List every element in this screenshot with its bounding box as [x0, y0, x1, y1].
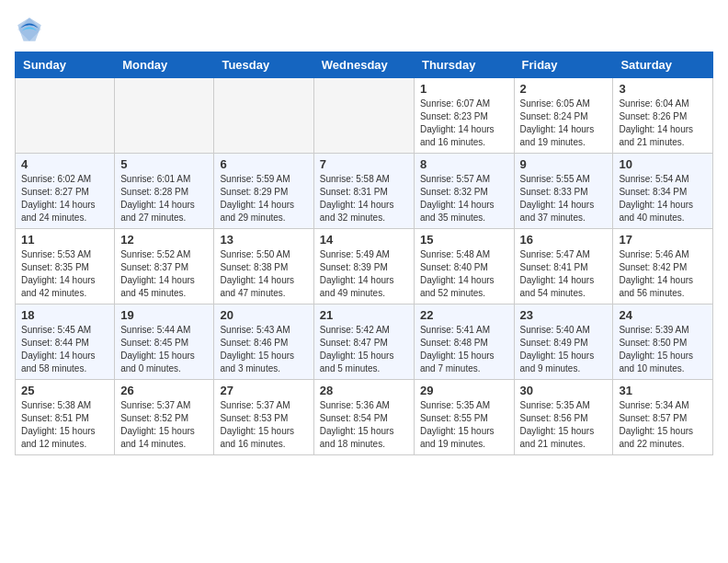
- day-number: 16: [520, 233, 608, 247]
- column-header-friday: Friday: [514, 52, 613, 78]
- day-info: Sunrise: 6:04 AM Sunset: 8:26 PM Dayligh…: [619, 98, 707, 149]
- day-number: 20: [220, 308, 307, 322]
- calendar-cell: 9Sunrise: 5:55 AM Sunset: 8:33 PM Daylig…: [514, 154, 613, 229]
- day-info: Sunrise: 5:40 AM Sunset: 8:49 PM Dayligh…: [520, 324, 608, 375]
- day-number: 21: [320, 308, 408, 322]
- calendar-cell: 8Sunrise: 5:57 AM Sunset: 8:32 PM Daylig…: [414, 154, 514, 229]
- day-number: 9: [520, 157, 608, 171]
- calendar-cell: 3Sunrise: 6:04 AM Sunset: 8:26 PM Daylig…: [613, 78, 713, 154]
- calendar-cell: 10Sunrise: 5:54 AM Sunset: 8:34 PM Dayli…: [613, 154, 713, 229]
- calendar-cell: 21Sunrise: 5:42 AM Sunset: 8:47 PM Dayli…: [313, 304, 414, 380]
- day-info: Sunrise: 5:49 AM Sunset: 8:39 PM Dayligh…: [320, 248, 408, 300]
- calendar-cell: 28Sunrise: 5:36 AM Sunset: 8:54 PM Dayli…: [313, 380, 414, 455]
- calendar-cell: 4Sunrise: 6:02 AM Sunset: 8:27 PM Daylig…: [16, 154, 115, 229]
- calendar-cell: [16, 78, 115, 154]
- calendar-cell: [313, 78, 414, 154]
- day-info: Sunrise: 5:55 AM Sunset: 8:33 PM Dayligh…: [520, 173, 608, 224]
- day-info: Sunrise: 5:35 AM Sunset: 8:55 PM Dayligh…: [420, 399, 508, 451]
- day-number: 14: [320, 233, 408, 247]
- day-number: 8: [420, 157, 508, 171]
- calendar-table: SundayMondayTuesdayWednesdayThursdayFrid…: [15, 52, 713, 455]
- day-info: Sunrise: 5:46 AM Sunset: 8:42 PM Dayligh…: [619, 248, 707, 300]
- column-header-monday: Monday: [115, 52, 214, 78]
- column-header-tuesday: Tuesday: [214, 52, 313, 78]
- day-number: 29: [420, 384, 508, 397]
- day-info: Sunrise: 5:35 AM Sunset: 8:56 PM Dayligh…: [520, 399, 608, 451]
- calendar-cell: 11Sunrise: 5:53 AM Sunset: 8:35 PM Dayli…: [16, 229, 115, 304]
- day-info: Sunrise: 5:39 AM Sunset: 8:50 PM Dayligh…: [619, 324, 707, 375]
- column-header-thursday: Thursday: [414, 52, 514, 78]
- column-header-wednesday: Wednesday: [313, 52, 414, 78]
- day-info: Sunrise: 5:50 AM Sunset: 8:38 PM Dayligh…: [220, 248, 307, 300]
- day-info: Sunrise: 5:53 AM Sunset: 8:35 PM Dayligh…: [21, 248, 108, 300]
- calendar-cell: 26Sunrise: 5:37 AM Sunset: 8:52 PM Dayli…: [115, 380, 214, 455]
- calendar-header: [15, 15, 713, 44]
- day-info: Sunrise: 5:38 AM Sunset: 8:51 PM Dayligh…: [21, 399, 108, 451]
- day-number: 6: [220, 157, 307, 171]
- day-info: Sunrise: 6:07 AM Sunset: 8:23 PM Dayligh…: [420, 98, 508, 149]
- day-info: Sunrise: 5:41 AM Sunset: 8:48 PM Dayligh…: [420, 324, 508, 375]
- day-info: Sunrise: 5:57 AM Sunset: 8:32 PM Dayligh…: [420, 173, 508, 224]
- day-info: Sunrise: 5:42 AM Sunset: 8:47 PM Dayligh…: [320, 324, 408, 375]
- calendar-cell: 30Sunrise: 5:35 AM Sunset: 8:56 PM Dayli…: [514, 380, 613, 455]
- calendar-cell: 17Sunrise: 5:46 AM Sunset: 8:42 PM Dayli…: [613, 229, 713, 304]
- calendar-cell: 31Sunrise: 5:34 AM Sunset: 8:57 PM Dayli…: [613, 380, 713, 455]
- day-number: 2: [520, 82, 608, 96]
- day-number: 3: [619, 82, 707, 96]
- day-info: Sunrise: 5:37 AM Sunset: 8:52 PM Dayligh…: [120, 399, 208, 451]
- calendar-cell: [214, 78, 313, 154]
- calendar-cell: 18Sunrise: 5:45 AM Sunset: 8:44 PM Dayli…: [16, 304, 115, 380]
- day-number: 24: [619, 308, 707, 322]
- calendar-cell: 23Sunrise: 5:40 AM Sunset: 8:49 PM Dayli…: [514, 304, 613, 380]
- day-info: Sunrise: 5:37 AM Sunset: 8:53 PM Dayligh…: [220, 399, 307, 451]
- day-number: 12: [120, 233, 208, 247]
- calendar-cell: 13Sunrise: 5:50 AM Sunset: 8:38 PM Dayli…: [214, 229, 313, 304]
- day-info: Sunrise: 5:45 AM Sunset: 8:44 PM Dayligh…: [21, 324, 108, 375]
- calendar-header-row: SundayMondayTuesdayWednesdayThursdayFrid…: [16, 52, 713, 78]
- day-info: Sunrise: 5:48 AM Sunset: 8:40 PM Dayligh…: [420, 248, 508, 300]
- calendar-cell: 27Sunrise: 5:37 AM Sunset: 8:53 PM Dayli…: [214, 380, 313, 455]
- day-number: 18: [21, 308, 108, 322]
- day-number: 15: [420, 233, 508, 247]
- calendar-cell: 16Sunrise: 5:47 AM Sunset: 8:41 PM Dayli…: [514, 229, 613, 304]
- day-info: Sunrise: 5:34 AM Sunset: 8:57 PM Dayligh…: [619, 399, 707, 451]
- calendar-cell: 19Sunrise: 5:44 AM Sunset: 8:45 PM Dayli…: [115, 304, 214, 380]
- logo-icon: [15, 15, 44, 44]
- day-info: Sunrise: 5:52 AM Sunset: 8:37 PM Dayligh…: [120, 248, 208, 300]
- day-number: 4: [21, 157, 108, 171]
- calendar-cell: 24Sunrise: 5:39 AM Sunset: 8:50 PM Dayli…: [613, 304, 713, 380]
- calendar-cell: 22Sunrise: 5:41 AM Sunset: 8:48 PM Dayli…: [414, 304, 514, 380]
- day-info: Sunrise: 5:58 AM Sunset: 8:31 PM Dayligh…: [320, 173, 408, 224]
- day-number: 31: [619, 384, 707, 397]
- day-info: Sunrise: 5:43 AM Sunset: 8:46 PM Dayligh…: [220, 324, 307, 375]
- calendar-cell: 25Sunrise: 5:38 AM Sunset: 8:51 PM Dayli…: [16, 380, 115, 455]
- day-info: Sunrise: 5:59 AM Sunset: 8:29 PM Dayligh…: [220, 173, 307, 224]
- day-info: Sunrise: 5:36 AM Sunset: 8:54 PM Dayligh…: [320, 399, 408, 451]
- day-number: 23: [520, 308, 608, 322]
- day-number: 25: [21, 384, 108, 397]
- calendar-cell: [115, 78, 214, 154]
- calendar-cell: 20Sunrise: 5:43 AM Sunset: 8:46 PM Dayli…: [214, 304, 313, 380]
- svg-marker-1: [17, 17, 41, 41]
- calendar-cell: 1Sunrise: 6:07 AM Sunset: 8:23 PM Daylig…: [414, 78, 514, 154]
- calendar-cell: 29Sunrise: 5:35 AM Sunset: 8:55 PM Dayli…: [414, 380, 514, 455]
- column-header-sunday: Sunday: [16, 52, 115, 78]
- column-header-saturday: Saturday: [613, 52, 713, 78]
- day-number: 22: [420, 308, 508, 322]
- calendar-cell: 7Sunrise: 5:58 AM Sunset: 8:31 PM Daylig…: [313, 154, 414, 229]
- day-info: Sunrise: 5:47 AM Sunset: 8:41 PM Dayligh…: [520, 248, 608, 300]
- day-number: 11: [21, 233, 108, 247]
- day-number: 13: [220, 233, 307, 247]
- calendar-cell: 5Sunrise: 6:01 AM Sunset: 8:28 PM Daylig…: [115, 154, 214, 229]
- calendar-cell: 14Sunrise: 5:49 AM Sunset: 8:39 PM Dayli…: [313, 229, 414, 304]
- day-info: Sunrise: 6:05 AM Sunset: 8:24 PM Dayligh…: [520, 98, 608, 149]
- day-info: Sunrise: 6:01 AM Sunset: 8:28 PM Dayligh…: [120, 173, 208, 224]
- day-info: Sunrise: 5:44 AM Sunset: 8:45 PM Dayligh…: [120, 324, 208, 375]
- calendar-cell: 2Sunrise: 6:05 AM Sunset: 8:24 PM Daylig…: [514, 78, 613, 154]
- day-number: 5: [120, 157, 208, 171]
- calendar-cell: 12Sunrise: 5:52 AM Sunset: 8:37 PM Dayli…: [115, 229, 214, 304]
- day-info: Sunrise: 5:54 AM Sunset: 8:34 PM Dayligh…: [619, 173, 707, 224]
- day-number: 27: [220, 384, 307, 397]
- day-number: 30: [520, 384, 608, 397]
- day-number: 10: [619, 157, 707, 171]
